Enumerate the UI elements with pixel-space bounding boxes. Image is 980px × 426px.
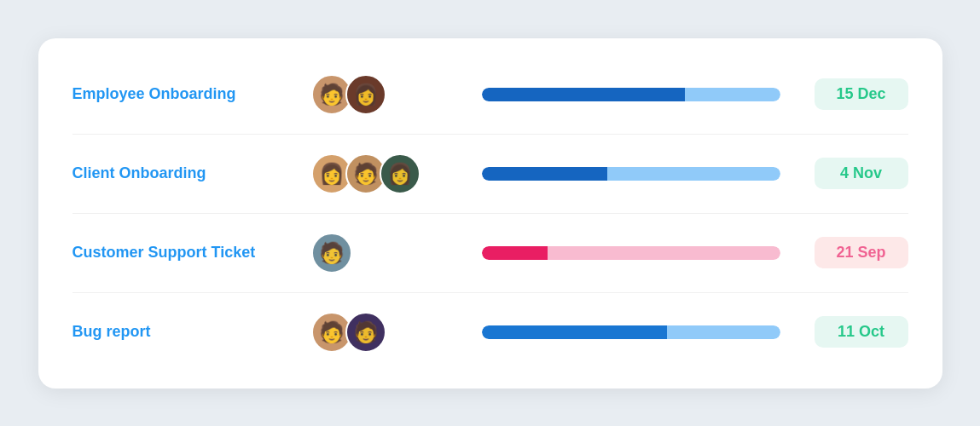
progress-container-customer-support-ticket (482, 246, 780, 260)
progress-bg-client-onboarding (607, 167, 780, 181)
avatars-client-onboarding: 👩🧑👩 (311, 153, 448, 194)
progress-bg-employee-onboarding (685, 88, 780, 101)
avatars-bug-report: 🧑🧑 (311, 312, 448, 353)
date-badge-employee-onboarding: 15 Dec (815, 78, 908, 110)
progress-container-bug-report (482, 325, 780, 339)
avatar-client-onboarding-2: 👩 (380, 153, 420, 194)
progress-fill-bug-report (482, 325, 667, 339)
progress-bar-employee-onboarding (482, 88, 780, 101)
row-client-onboarding: Client Onboarding👩🧑👩4 Nov (72, 135, 908, 214)
avatar-bug-report-1: 🧑 (345, 312, 386, 353)
task-name-employee-onboarding[interactable]: Employee Onboarding (72, 85, 311, 103)
progress-fill-customer-support-ticket (482, 246, 548, 260)
date-badge-customer-support-ticket: 21 Sep (815, 237, 908, 268)
progress-bar-client-onboarding (482, 167, 780, 181)
progress-bar-bug-report (482, 325, 780, 339)
progress-bg-bug-report (667, 325, 780, 339)
row-employee-onboarding: Employee Onboarding🧑👩15 Dec (72, 55, 908, 135)
date-badge-client-onboarding: 4 Nov (815, 158, 908, 189)
progress-container-client-onboarding (482, 167, 780, 181)
avatars-customer-support-ticket: 🧑 (311, 233, 448, 273)
progress-fill-employee-onboarding (482, 88, 685, 101)
date-badge-bug-report: 11 Oct (815, 316, 908, 348)
avatar-customer-support-ticket-0: 🧑 (311, 233, 352, 273)
avatars-employee-onboarding: 🧑👩 (311, 74, 448, 115)
row-bug-report: Bug report🧑🧑11 Oct (72, 293, 908, 371)
avatar-employee-onboarding-1: 👩 (345, 74, 386, 115)
progress-fill-client-onboarding (482, 167, 607, 181)
task-name-client-onboarding[interactable]: Client Onboarding (72, 164, 311, 182)
main-card: Employee Onboarding🧑👩15 DecClient Onboar… (38, 38, 942, 389)
task-name-customer-support-ticket[interactable]: Customer Support Ticket (72, 244, 311, 262)
task-name-bug-report[interactable]: Bug report (72, 323, 311, 341)
row-customer-support-ticket: Customer Support Ticket🧑21 Sep (72, 214, 908, 293)
progress-container-employee-onboarding (482, 88, 780, 101)
progress-bg-customer-support-ticket (548, 246, 780, 260)
progress-bar-customer-support-ticket (482, 246, 780, 260)
